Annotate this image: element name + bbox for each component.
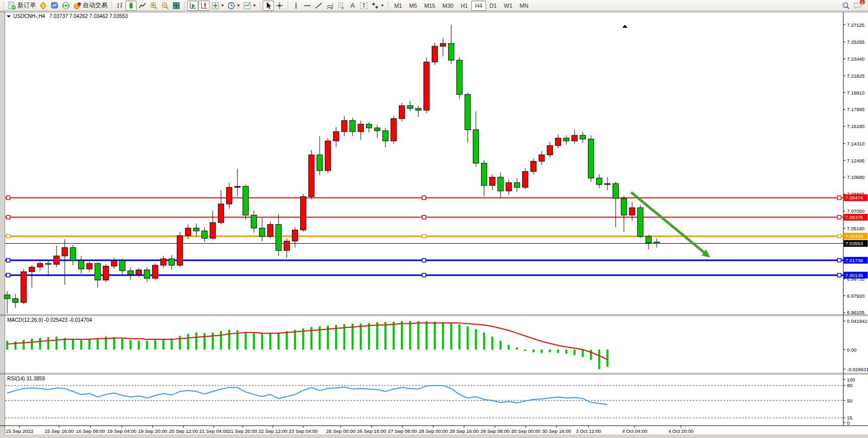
line-chart-mode-button[interactable]	[137, 1, 148, 11]
line-drag-handle[interactable]	[7, 215, 10, 219]
line-drag-handle[interactable]	[422, 259, 426, 262]
text-label-tool-button[interactable]: T	[358, 1, 370, 11]
chart-title: USDCNH-,H4	[13, 13, 45, 19]
window-bottom-frame	[0, 434, 868, 438]
timeframe-mn-button[interactable]: MN	[516, 1, 532, 11]
vertical-line-icon	[292, 2, 300, 10]
bullish-candle	[292, 230, 298, 241]
fibonacci-icon: F	[337, 2, 345, 10]
timeframe-m1-button[interactable]: M1	[391, 1, 405, 11]
periods-button[interactable]	[226, 1, 242, 11]
templates-button[interactable]	[242, 1, 257, 11]
bullish-candle	[301, 196, 306, 230]
bar-chart-mode-button[interactable]	[114, 1, 125, 11]
search-button[interactable]	[840, 1, 852, 11]
tile-windows-button[interactable]	[171, 1, 182, 11]
timeframe-m5-button[interactable]: M5	[405, 1, 420, 11]
new-order-label: 新订单	[17, 1, 36, 10]
bearish-candle	[564, 138, 569, 141]
line-drag-handle[interactable]	[7, 234, 10, 238]
zoom-in-button[interactable]	[148, 1, 159, 11]
auto-scroll-button[interactable]	[187, 1, 198, 11]
timeframe-h1-button[interactable]: H1	[457, 1, 471, 11]
line-drag-handle[interactable]	[422, 273, 426, 277]
chart-canvas[interactable]: 7.271257.252557.234407.216257.198107.179…	[0, 11, 868, 438]
rsi-tick-label: 0	[847, 420, 849, 426]
fibonacci-tool-button[interactable]: F	[336, 1, 347, 11]
line-drag-handle[interactable]	[7, 259, 10, 262]
time-tick-label: 20 Sep 12:00	[169, 428, 198, 434]
timeframe-m15-button[interactable]: M15	[421, 1, 439, 11]
signals-button[interactable]	[60, 1, 71, 11]
bearish-candle	[416, 108, 421, 111]
auto-trading-button[interactable]: 自动交易	[71, 1, 109, 11]
chart-shift-icon	[200, 2, 208, 10]
toolbar-drag-handle[interactable]	[286, 2, 289, 10]
template-icon	[243, 2, 251, 10]
line-drag-handle[interactable]	[838, 234, 841, 238]
metaeditor-button[interactable]	[38, 1, 49, 11]
price-tick-label: 7.10680	[847, 174, 864, 180]
notifications-button[interactable]: 1	[852, 1, 864, 11]
toolbar-drag-handle[interactable]	[183, 2, 186, 10]
candlestick-mode-button[interactable]	[125, 1, 137, 11]
bullish-candle	[440, 44, 446, 46]
time-tick-label: 19 Sep 04:00	[107, 428, 137, 434]
notification-count-badge: 1	[859, 0, 865, 5]
templates-dropdown-caret[interactable]	[253, 5, 256, 7]
line-drag-handle[interactable]	[422, 234, 426, 238]
line-drag-handle[interactable]	[422, 196, 426, 199]
text-tool-glyph: A	[350, 2, 355, 9]
arrows-dropdown-caret[interactable]	[381, 5, 384, 7]
time-tick-label: 29 Sep 08:00	[481, 428, 510, 434]
bearish-candle	[317, 155, 323, 171]
arrows-tool-button[interactable]	[370, 1, 385, 11]
zoom-out-button[interactable]	[159, 1, 171, 11]
bearish-candle	[580, 135, 586, 139]
price-tick-label: 7.25255	[847, 39, 864, 45]
price-tick-label: 7.19810	[847, 90, 864, 96]
bearish-candle	[260, 228, 265, 236]
text-tool-button[interactable]: A	[347, 1, 358, 11]
new-order-button[interactable]: 新订单	[6, 1, 38, 11]
toolbar-drag-handle[interactable]	[258, 2, 262, 10]
horizontal-line-tool-button[interactable]	[302, 1, 313, 11]
timeframe-m30-button[interactable]: M30	[439, 1, 457, 11]
vertical-line-tool-button[interactable]	[290, 1, 302, 11]
toolbar-drag-handle[interactable]	[110, 2, 113, 10]
line-drag-handle[interactable]	[838, 215, 841, 219]
candlestick-icon	[127, 2, 135, 10]
channel-tool-button[interactable]: E	[324, 1, 336, 11]
bullish-candle	[547, 145, 553, 155]
line-drag-handle[interactable]	[838, 273, 841, 277]
timeframe-h4-button[interactable]: H4	[471, 1, 486, 11]
cursor-tool-button[interactable]	[263, 1, 274, 11]
periods-dropdown-caret[interactable]	[237, 5, 240, 7]
line-drag-handle[interactable]	[7, 196, 10, 199]
toolbar-drag-handle[interactable]	[386, 2, 390, 10]
price-tick-label: 7.17995	[847, 106, 864, 112]
bullish-candle	[29, 267, 35, 272]
time-tick-label: 3 Oct 12:00	[576, 428, 601, 434]
line-drag-handle[interactable]	[7, 273, 10, 277]
timeframe-w1-button[interactable]: W1	[501, 1, 516, 11]
ohlc-bars-icon	[116, 2, 124, 10]
trendline-tool-button[interactable]	[313, 1, 324, 11]
bullish-candle	[334, 132, 339, 141]
line-drag-handle[interactable]	[838, 196, 841, 199]
line-drag-handle[interactable]	[838, 259, 841, 262]
toolbar-drag-handle[interactable]	[2, 2, 5, 10]
indicators-dropdown-caret[interactable]	[221, 5, 224, 7]
timeframe-d1-button[interactable]: D1	[486, 1, 501, 11]
crosshair-tool-button[interactable]	[274, 1, 285, 11]
line-drag-handle[interactable]	[422, 215, 426, 219]
chart-profile-button[interactable]	[49, 1, 60, 11]
chart-window-icon	[50, 2, 59, 10]
price-tick-label: 7.12495	[847, 158, 864, 163]
chart-window[interactable]: 7.271257.252557.234407.216257.198107.179…	[0, 11, 868, 438]
bearish-candle	[613, 184, 619, 198]
signal-broadcast-icon	[62, 2, 70, 10]
chart-shift-button[interactable]	[198, 1, 210, 11]
bullish-candle	[490, 177, 495, 185]
indicators-button[interactable]	[210, 1, 226, 11]
